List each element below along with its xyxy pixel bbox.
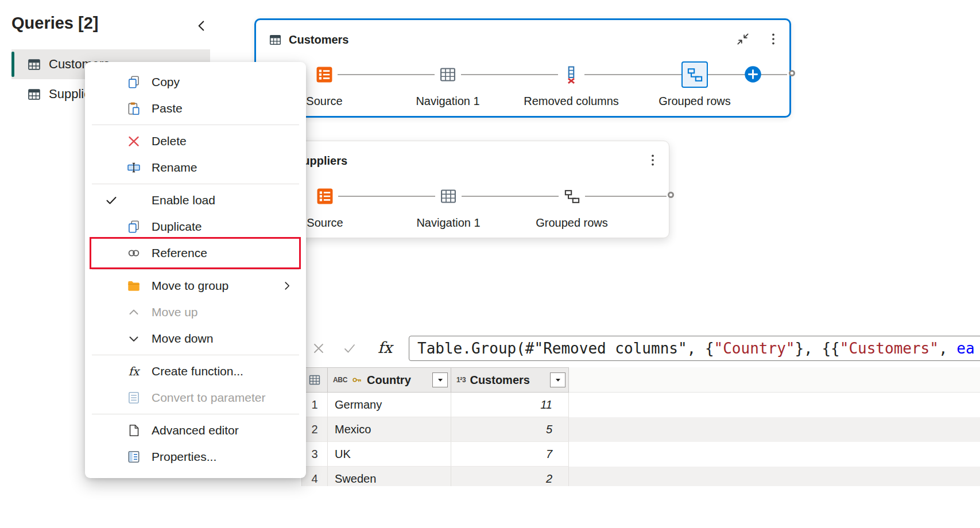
table-icon (438, 65, 458, 84)
step-label: Source (306, 95, 342, 108)
step-source[interactable] (311, 61, 338, 88)
cell-customers: 5 (451, 417, 569, 442)
table-row: 1 Germany 11 (301, 393, 980, 417)
query-context-menu: Copy Paste Delete Rename Enable load (85, 62, 306, 478)
menu-item-create-function[interactable]: fx Create function... (85, 358, 306, 385)
formula-token: "Customers" (840, 340, 939, 357)
duplicate-icon (122, 219, 146, 234)
selection-indicator-bar (11, 52, 14, 77)
card-menu-ellipsis-icon[interactable] (645, 153, 660, 168)
column-header-customers[interactable]: 1²3 Customers (451, 367, 569, 393)
chevron-up-icon (122, 305, 146, 319)
step-grouped-rows[interactable] (559, 183, 585, 209)
menu-divider (92, 269, 299, 270)
table-icon (26, 87, 42, 102)
removed-columns-icon (561, 65, 581, 84)
properties-icon (122, 449, 146, 464)
grid-header-filler (569, 367, 980, 393)
table-icon (439, 187, 458, 206)
cell-country: Germany (328, 393, 451, 417)
column-header-country[interactable]: ABC Country (328, 367, 451, 393)
chevron-left-icon (194, 18, 209, 33)
column-name: Country (367, 374, 411, 387)
menu-item-rename[interactable]: Rename (85, 154, 306, 181)
grid-header-row: ABC Country 1²3 Customers (301, 367, 980, 393)
menu-divider (92, 355, 299, 355)
menu-item-copy[interactable]: Copy (85, 69, 306, 95)
menu-item-convert-to-parameter: Convert to parameter (85, 385, 306, 411)
menu-item-paste[interactable]: Paste (85, 95, 306, 122)
add-step-button[interactable] (744, 65, 762, 83)
data-preview-grid: ABC Country 1²3 Customers 1 Germany 11 (301, 367, 980, 486)
step-navigation-1[interactable] (435, 61, 461, 88)
table-icon (268, 33, 282, 47)
query-card-suppliers[interactable]: Suppliers Source Navigation 1 Grouped ro… (262, 141, 669, 238)
key-icon (351, 374, 363, 386)
menu-item-delete[interactable]: Delete (85, 128, 306, 154)
formula-token: Table.Group(#"Removed columns", { (417, 340, 714, 357)
table-row: 2 Mexico 5 (301, 417, 980, 442)
fx-icon: fx (122, 364, 146, 378)
cell-customers: 7 (451, 442, 569, 467)
step-label: Navigation 1 (416, 216, 480, 230)
formula-input[interactable]: Table.Group(#"Removed columns", {"Countr… (409, 336, 980, 361)
menu-item-move-up: Move up (85, 299, 306, 325)
step-navigation-1[interactable] (435, 183, 462, 209)
close-icon (312, 341, 326, 355)
cell-country: UK (328, 442, 451, 467)
parameter-icon (122, 390, 146, 405)
table-row: 4 Sweden 2 (301, 467, 980, 486)
grouped-rows-icon (686, 66, 704, 84)
filter-dropdown-button[interactable] (432, 372, 448, 387)
step-label: Navigation 1 (416, 95, 479, 108)
menu-item-move-down[interactable]: Move down (85, 325, 306, 352)
source-icon (315, 65, 334, 84)
step-label: Grouped rows (659, 95, 731, 108)
step-label: Grouped rows (536, 216, 608, 230)
formula-token: , (939, 340, 956, 357)
query-card-customers[interactable]: Customers Source Navigation 1 Removed co… (254, 18, 791, 118)
collapse-queries-pane-button[interactable] (194, 17, 211, 34)
step-source[interactable] (312, 183, 338, 209)
checkmark-icon (343, 341, 357, 355)
commit-formula-button[interactable] (343, 341, 357, 355)
type-number-icon: 1²3 (456, 376, 466, 384)
type-text-icon: ABC (333, 376, 347, 384)
step-label: Removed columns (524, 95, 619, 108)
rename-icon (122, 160, 146, 175)
cell-country: Mexico (328, 417, 451, 442)
fx-icon: fx (378, 339, 392, 356)
card-menu-ellipsis-icon[interactable] (766, 32, 781, 46)
output-port[interactable] (789, 70, 795, 76)
menu-divider (92, 125, 299, 125)
menu-item-reference[interactable]: Reference (85, 240, 306, 266)
step-removed-columns[interactable] (558, 61, 584, 88)
cell-customers: 11 (451, 393, 569, 417)
chevron-down-icon (122, 332, 146, 345)
step-grouped-rows[interactable] (681, 61, 708, 88)
flow-connector-line (325, 196, 667, 197)
filter-dropdown-button[interactable] (550, 372, 565, 387)
formula-token: "Country" (714, 340, 795, 357)
checkmark-icon (104, 193, 118, 207)
cancel-formula-button[interactable] (312, 341, 326, 355)
power-query-diagram-view: Queries [2] Customers Suppliers Customer… (0, 0, 980, 528)
output-port[interactable] (668, 192, 674, 198)
table-icon (26, 57, 42, 72)
delete-icon (122, 134, 146, 149)
card-title-label: Customers (289, 33, 348, 46)
folder-icon (122, 278, 146, 293)
formula-token: }, {{ (795, 340, 839, 357)
menu-item-duplicate[interactable]: Duplicate (85, 213, 306, 240)
cell-country: Sweden (328, 467, 451, 486)
source-icon (315, 187, 335, 206)
menu-divider (92, 414, 299, 414)
menu-item-enable-load[interactable]: Enable load (85, 187, 306, 213)
cell-customers: 2 (451, 467, 569, 486)
formula-token: ea (956, 340, 974, 357)
paste-icon (122, 101, 146, 116)
collapse-card-icon[interactable] (735, 32, 750, 46)
menu-item-move-to-group[interactable]: Move to group (85, 273, 306, 299)
menu-item-advanced-editor[interactable]: Advanced editor (85, 417, 306, 444)
menu-item-properties[interactable]: Properties... (85, 444, 306, 470)
